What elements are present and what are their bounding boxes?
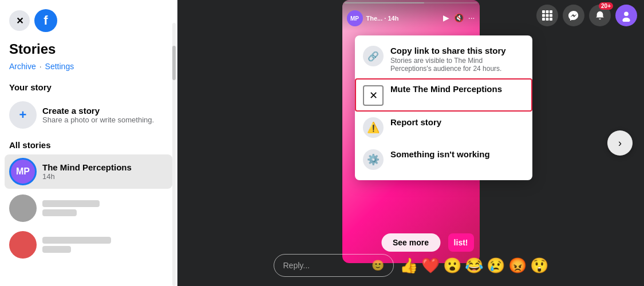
menu-item-copy-link[interactable]: 🔗 Copy link to share this story Stories … (355, 40, 532, 78)
facebook-logo: f (34, 9, 57, 32)
create-story-text: Create a story Share a photo or write so… (42, 106, 154, 124)
sidebar-header: ✕ f (5, 7, 172, 39)
blurred-line (42, 209, 77, 216)
blurred-avatar-2 (9, 231, 37, 259)
svg-rect-6 (542, 18, 545, 21)
mute-title: Mute The Mind Perceptions (390, 84, 502, 94)
report-title: Report story (390, 117, 441, 127)
report-icon: ⚠️ (363, 117, 384, 138)
link-separator: · (39, 62, 42, 71)
reply-placeholder: Reply... (283, 261, 310, 270)
svg-rect-1 (546, 10, 549, 13)
story-item[interactable]: MP The Mind Perceptions 14h (5, 154, 172, 189)
menu-item-report[interactable]: ⚠️ Report story (355, 112, 532, 144)
dropdown-menu: 🔗 Copy link to share this story Stories … (355, 35, 532, 180)
copy-link-title: Copy link to share this story (390, 46, 524, 55)
create-story-subtitle: Share a photo or write something. (42, 116, 154, 124)
story-play-button[interactable]: ▶ (443, 13, 449, 22)
next-story-button[interactable]: › (607, 130, 633, 156)
swipe-text: list! (448, 233, 474, 252)
menu-item-not-working[interactable]: ⚙️ Something isn't working (355, 144, 532, 176)
grid-menu-button[interactable] (536, 5, 558, 26)
story-item-avatar: MP (9, 158, 37, 185)
story-more-button[interactable]: ··· (468, 13, 475, 22)
top-bar: 20+ (536, 5, 637, 26)
svg-rect-5 (550, 14, 552, 17)
reaction-like[interactable]: 👍 (400, 258, 418, 273)
reaction-love[interactable]: ❤️ (421, 258, 440, 273)
user-avatar-button[interactable] (615, 5, 637, 26)
reply-input[interactable]: Reply... 🙂 (274, 254, 394, 277)
blurred-text-2 (42, 237, 111, 253)
menu-item-mute[interactable]: ✕ Mute The Mind Perceptions (355, 78, 532, 112)
svg-rect-3 (542, 14, 545, 17)
close-icon[interactable]: ✕ (9, 10, 30, 31)
svg-rect-0 (542, 10, 545, 13)
svg-rect-2 (550, 10, 552, 13)
copy-link-subtitle: Stories are visible to The Mind Percepti… (390, 57, 524, 73)
your-story-section-title: Your story (5, 80, 172, 97)
not-working-icon: ⚙️ (363, 149, 384, 170)
messenger-button[interactable] (563, 5, 584, 26)
blurred-avatar-1 (9, 194, 37, 222)
not-working-title: Something isn't working (390, 149, 490, 159)
create-story-avatar: + (9, 101, 37, 129)
scrollbar-thumb[interactable] (172, 46, 176, 80)
menu-item-report-text: Report story (390, 117, 441, 127)
menu-item-mute-text: Mute The Mind Perceptions (390, 84, 502, 94)
copy-link-icon: 🔗 (363, 46, 384, 66)
reaction-shocked[interactable]: 😲 (530, 258, 548, 273)
story-top-bar: MP The... · 14h ▶ 🔇 ··· (342, 0, 480, 31)
create-story-item[interactable]: + Create a story Share a photo or write … (5, 97, 172, 133)
blurred-story-item-2 (5, 228, 172, 262)
scrollbar-track (172, 23, 176, 286)
story-author-name: The... · 14h (366, 15, 399, 22)
mute-icon: ✕ (363, 85, 384, 106)
sidebar: ✕ f Stories Archive · Settings Your stor… (0, 0, 177, 286)
emoji-reactions: 👍 ❤️ 😮 😂 😢 😡 😲 (400, 258, 548, 273)
reaction-angry[interactable]: 😡 (508, 258, 527, 273)
sidebar-title: Stories (5, 39, 172, 62)
create-story-label: Create a story (42, 106, 154, 116)
reaction-wow[interactable]: 😮 (443, 258, 461, 273)
settings-link[interactable]: Settings (45, 62, 74, 71)
reaction-haha[interactable]: 😂 (465, 258, 483, 273)
notification-badge: 20+ (599, 2, 613, 10)
story-author-avatar: MP (347, 10, 363, 26)
story-mute-button[interactable]: 🔇 (454, 13, 464, 22)
main-content: 20+ MP The... · 14h ▶ 🔇 (177, 0, 644, 286)
notifications-button[interactable]: 20+ (589, 5, 611, 26)
svg-rect-4 (546, 14, 549, 17)
story-item-time: 14h (42, 172, 132, 181)
all-stories-title: All stories (5, 136, 172, 154)
story-item-name: The Mind Perceptions (42, 162, 132, 172)
story-item-text: The Mind Perceptions 14h (42, 162, 132, 181)
stories-links: Archive · Settings (5, 62, 172, 80)
archive-link[interactable]: Archive (9, 62, 36, 71)
menu-item-not-working-text: Something isn't working (390, 149, 490, 159)
reaction-sad[interactable]: 😢 (487, 258, 505, 273)
menu-item-copy-text: Copy link to share this story Stories ar… (390, 46, 524, 73)
blurred-line (42, 200, 100, 207)
blurred-line (42, 246, 71, 253)
svg-rect-7 (546, 18, 549, 21)
blurred-story-item-1 (5, 191, 172, 225)
svg-point-10 (624, 11, 629, 16)
bottom-bar: Reply... 🙂 👍 ❤️ 😮 😂 😢 😡 😲 (274, 254, 548, 277)
blurred-line (42, 237, 111, 244)
blurred-text-1 (42, 200, 100, 216)
svg-rect-8 (550, 18, 552, 21)
see-more-button[interactable]: See more (381, 233, 440, 252)
emoji-picker-icon[interactable]: 🙂 (372, 259, 384, 272)
